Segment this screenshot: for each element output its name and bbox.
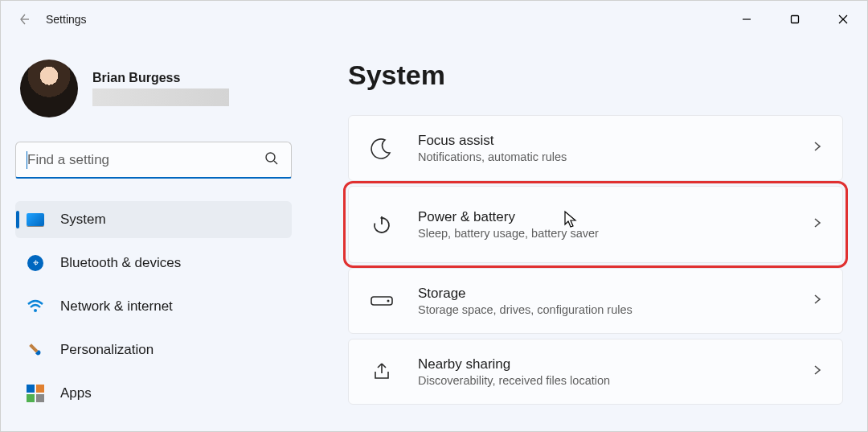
- card-subtitle: Storage space, drives, configuration rul…: [418, 303, 812, 316]
- card-title: Focus assist: [418, 133, 812, 149]
- sidebar-item-system[interactable]: System: [15, 201, 292, 238]
- sidebar-item-bluetooth[interactable]: ⌖ Bluetooth & devices: [15, 245, 292, 282]
- sidebar-item-label: Personalization: [60, 342, 154, 358]
- card-title: Power & battery: [418, 209, 812, 225]
- card-subtitle: Sleep, battery usage, battery saver: [418, 227, 812, 240]
- user-profile[interactable]: Brian Burgess: [15, 60, 292, 117]
- sidebar-item-label: System: [60, 212, 106, 228]
- power-icon: [370, 212, 394, 237]
- arrow-left-icon: [17, 13, 30, 26]
- chevron-right-icon: [812, 217, 823, 232]
- svg-point-6: [34, 309, 37, 312]
- minimize-icon: [742, 14, 751, 24]
- search-input[interactable]: [15, 142, 292, 179]
- avatar: [20, 60, 78, 117]
- svg-line-5: [274, 161, 277, 164]
- card-focus-assist[interactable]: Focus assist Notifications, automatic ru…: [348, 115, 843, 181]
- sidebar-item-personalization[interactable]: Personalization: [15, 331, 292, 368]
- minimize-button[interactable]: [723, 1, 771, 37]
- card-title: Storage: [418, 286, 812, 302]
- chevron-right-icon: [812, 141, 823, 155]
- sidebar-item-label: Apps: [60, 385, 92, 401]
- sidebar-item-apps[interactable]: Apps: [15, 375, 292, 412]
- chevron-right-icon: [812, 364, 823, 379]
- svg-point-11: [387, 300, 390, 302]
- sidebar-item-label: Network & internet: [60, 298, 173, 315]
- search-field[interactable]: [15, 142, 292, 179]
- svg-point-4: [266, 153, 275, 162]
- close-button[interactable]: [819, 1, 867, 37]
- svg-rect-7: [29, 344, 38, 352]
- close-icon: [838, 14, 848, 24]
- titlebar: Settings: [1, 1, 867, 37]
- wifi-icon: [27, 298, 44, 315]
- main-panel: System Focus assist Notifications, autom…: [306, 37, 867, 431]
- page-title: System: [348, 60, 843, 91]
- card-power-battery[interactable]: Power & battery Sleep, battery usage, ba…: [348, 186, 843, 263]
- card-storage[interactable]: Storage Storage space, drives, configura…: [348, 268, 843, 334]
- search-icon: [264, 151, 279, 169]
- svg-rect-1: [792, 15, 799, 23]
- card-subtitle: Notifications, automatic rules: [418, 150, 812, 163]
- chevron-right-icon: [812, 294, 823, 308]
- maximize-icon: [790, 14, 800, 24]
- card-subtitle: Discoverability, received files location: [418, 374, 812, 387]
- apps-icon: [27, 385, 44, 402]
- maximize-button[interactable]: [771, 1, 819, 37]
- user-name: Brian Burgess: [92, 71, 292, 85]
- text-cursor: [27, 151, 27, 169]
- system-icon: [27, 211, 44, 228]
- card-nearby-sharing[interactable]: Nearby sharing Discoverability, received…: [348, 339, 843, 405]
- share-icon: [370, 360, 394, 384]
- sidebar-item-label: Bluetooth & devices: [60, 255, 181, 271]
- app-title: Settings: [46, 13, 87, 26]
- window-controls: [723, 1, 867, 37]
- sidebar-item-network[interactable]: Network & internet: [15, 288, 292, 325]
- paintbrush-icon: [27, 341, 44, 359]
- card-title: Nearby sharing: [418, 356, 812, 372]
- moon-icon: [370, 136, 394, 160]
- user-email-redacted: [92, 88, 229, 106]
- bluetooth-icon: ⌖: [27, 254, 44, 272]
- back-button[interactable]: [15, 11, 31, 27]
- storage-icon: [370, 289, 394, 313]
- nav-list: System ⌖ Bluetooth & devices Network & i…: [15, 201, 292, 412]
- sidebar: Brian Burgess System ⌖ Bluetooth & devic…: [1, 37, 306, 431]
